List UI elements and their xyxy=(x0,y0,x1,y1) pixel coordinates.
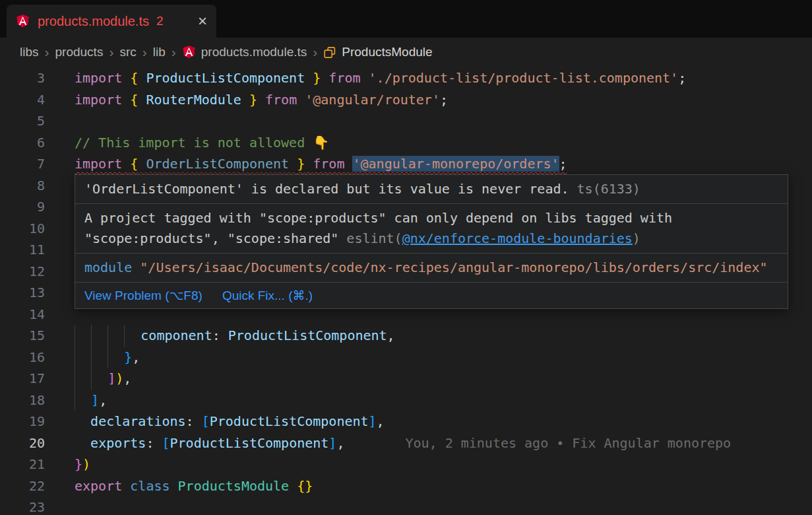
code-token: } xyxy=(313,70,321,86)
indent-guide xyxy=(91,347,108,368)
code-token: ; xyxy=(440,92,448,108)
code-line-18[interactable]: 18], xyxy=(0,390,812,411)
line-number[interactable]: 3 xyxy=(0,67,45,89)
code-token: } xyxy=(75,456,82,472)
breadcrumb-label: ProductsModule xyxy=(342,45,432,59)
breadcrumb-item-libs[interactable]: libs xyxy=(20,45,39,59)
code-line-6[interactable]: 6// This import is not allowed 👇 xyxy=(0,132,812,154)
breadcrumb-label: products.module.ts xyxy=(201,45,307,59)
line-number[interactable]: 20 xyxy=(0,432,45,454)
code-token: 👇 xyxy=(313,135,329,151)
angular-icon xyxy=(16,14,31,29)
line-number[interactable]: 22 xyxy=(0,475,45,497)
code-token: ] xyxy=(328,435,336,451)
quick-fix-action[interactable]: Quick Fix... (⌘.) xyxy=(222,288,313,303)
line-number[interactable]: 15 xyxy=(0,325,45,347)
code-token xyxy=(321,70,328,86)
breadcrumb-item-products[interactable]: products xyxy=(55,45,104,59)
line-number[interactable]: 16 xyxy=(0,347,45,368)
code-token xyxy=(289,478,297,494)
code-token xyxy=(75,435,90,451)
code-token xyxy=(122,92,130,108)
line-number[interactable]: 4 xyxy=(0,89,45,111)
nx-rule-link[interactable]: @nx/enforce-module-boundaries xyxy=(402,230,633,246)
code-token: { xyxy=(130,156,138,172)
code-token: ProductsModule xyxy=(178,478,290,494)
hover-text: module xyxy=(84,259,132,275)
breadcrumb-item-products-module-ts[interactable]: products.module.ts xyxy=(182,45,307,59)
code-line-4[interactable]: 4import { RouterModule } from '@angular/… xyxy=(0,89,812,111)
line-number[interactable]: 5 xyxy=(0,110,45,132)
breadcrumb-label: lib xyxy=(153,45,166,59)
indent-guide xyxy=(75,325,91,347)
code-line-20[interactable]: 20 exports: [ProductListComponent],You, … xyxy=(0,432,812,454)
line-number[interactable]: 9 xyxy=(0,196,45,218)
code-line-23[interactable]: 23 xyxy=(0,497,812,515)
code-token: '@angular-monorepo/orders' xyxy=(352,156,559,172)
line-number[interactable]: 13 xyxy=(0,282,45,304)
close-icon[interactable]: × xyxy=(198,13,207,29)
code-token: ) xyxy=(115,370,123,386)
breadcrumb-separator-icon: › xyxy=(313,44,317,60)
code-token: [ xyxy=(202,413,210,429)
code-line-5[interactable]: 5 xyxy=(0,110,812,132)
code-token: import xyxy=(75,92,122,108)
code-token xyxy=(305,156,313,172)
breadcrumb-item-productsmodule[interactable]: ProductsModule xyxy=(323,45,432,59)
line-number[interactable]: 11 xyxy=(0,239,45,261)
code-line-22[interactable]: 22export class ProductsModule {} xyxy=(0,475,812,497)
code-token xyxy=(122,70,130,86)
code-token: ProductListComponent xyxy=(210,413,369,429)
code-token: { xyxy=(130,92,138,108)
line-number[interactable]: 7 xyxy=(0,153,45,175)
line-number[interactable]: 18 xyxy=(0,390,45,411)
code-token: , xyxy=(336,435,344,451)
tab-bar: products.module.ts 2 × xyxy=(0,0,812,38)
code-token: , xyxy=(123,370,131,386)
code-token: } xyxy=(297,156,305,172)
line-number[interactable]: 12 xyxy=(0,261,45,283)
code-token: { xyxy=(130,70,138,86)
code-token xyxy=(75,413,90,429)
tab-error-count-badge: 2 xyxy=(156,14,164,28)
line-number[interactable]: 23 xyxy=(0,497,45,515)
code-token: import xyxy=(75,70,122,86)
code-token: import xyxy=(75,156,122,172)
code-token: , xyxy=(132,349,140,365)
line-number[interactable]: 10 xyxy=(0,218,45,240)
code-line-16[interactable]: 16}, xyxy=(0,347,812,368)
code-token: exports xyxy=(90,435,146,451)
git-blame-annotation: You, 2 minutes ago • Fix Angular monorep… xyxy=(405,435,731,451)
breadcrumb-item-src[interactable]: src xyxy=(119,45,136,59)
line-number[interactable]: 17 xyxy=(0,368,45,390)
line-number[interactable]: 8 xyxy=(0,175,45,197)
code-token: : xyxy=(186,413,202,429)
view-problem-action[interactable]: View Problem (⌥F8) xyxy=(84,288,203,303)
code-token: {} xyxy=(297,478,313,494)
breadcrumb-separator-icon: › xyxy=(142,44,147,60)
line-number[interactable]: 14 xyxy=(0,304,45,326)
code-token: ProductListComponent xyxy=(138,70,313,86)
code-token: '@angular/router' xyxy=(305,92,440,108)
line-number[interactable]: 21 xyxy=(0,454,45,475)
code-line-17[interactable]: 17]), xyxy=(0,368,812,390)
code-line-7[interactable]: 7import { OrderListComponent } from '@an… xyxy=(0,153,812,175)
line-number[interactable]: 6 xyxy=(0,132,45,154)
code-line-3[interactable]: 3import { ProductListComponent } from '.… xyxy=(0,67,812,89)
code-token: ProductListComponent xyxy=(170,435,329,451)
code-line-21[interactable]: 21}) xyxy=(0,454,812,475)
breadcrumb: libs›products›src›lib› products.module.t… xyxy=(0,38,812,66)
indent-guide xyxy=(124,325,141,347)
editor-tab-products-module[interactable]: products.module.ts 2 × xyxy=(7,5,216,38)
indent-guide xyxy=(75,347,91,368)
line-number[interactable]: 19 xyxy=(0,411,45,432)
breadcrumb-item-lib[interactable]: lib xyxy=(153,45,166,59)
code-line-19[interactable]: 19 declarations: [ProductListComponent], xyxy=(0,411,812,432)
breadcrumb-label: src xyxy=(119,45,136,59)
code-token: component xyxy=(141,327,212,343)
hover-text: eslint( xyxy=(346,230,402,246)
code-token: ] xyxy=(369,413,377,429)
hover-action-bar: View Problem (⌥F8)Quick Fix... (⌘.) xyxy=(75,282,788,308)
code-line-15[interactable]: 15component: ProductListComponent, xyxy=(0,325,812,347)
code-token: './product-list/product-list.component' xyxy=(369,70,679,86)
